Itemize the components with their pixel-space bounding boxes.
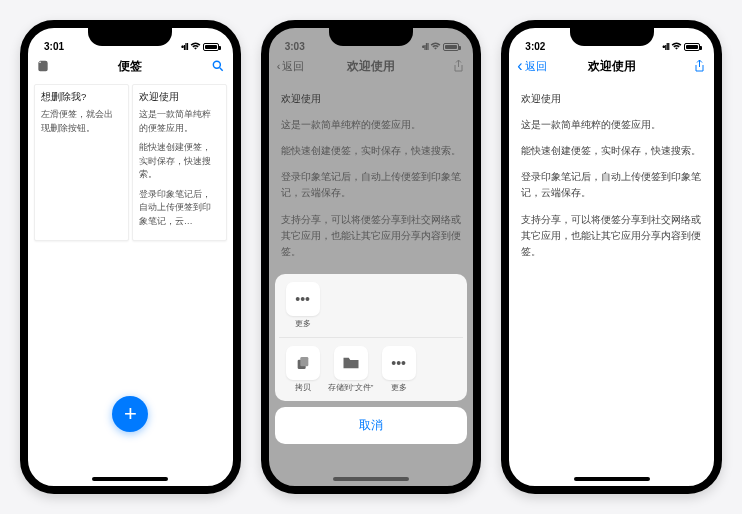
- search-icon[interactable]: [211, 59, 225, 73]
- detail-para: 支持分享，可以将便签分享到社交网络或其它应用，也能让其它应用分享内容到便签。: [281, 212, 462, 260]
- wifi-icon: [671, 41, 682, 52]
- screenshot-2: 3:03 •ıll ‹ 返回 欢迎使用 欢迎使用 这是一款简单纯粹的便签应用。 …: [261, 20, 482, 494]
- share-icon[interactable]: [452, 59, 465, 73]
- screenshot-1: 3:01 •ıll 便签 想删除我? 左滑便签，就会出现删除按钮。: [20, 20, 241, 494]
- wifi-icon: [430, 41, 441, 52]
- home-indicator[interactable]: [92, 477, 168, 481]
- detail-para: 能快速创建便签，实时保存，快速搜索。: [521, 143, 702, 159]
- more-icon: •••: [382, 346, 416, 380]
- device-notch: [88, 28, 172, 46]
- chevron-left-icon: ‹: [277, 60, 281, 72]
- wifi-icon: [190, 41, 201, 52]
- signal-icon: •ıll: [662, 42, 669, 52]
- device-notch: [570, 28, 654, 46]
- share-label: 拷贝: [279, 383, 327, 393]
- note-card[interactable]: 欢迎使用 这是一款简单纯粹的便签应用。 能快速创建便签，实时保存，快速搜索。 登…: [132, 84, 227, 241]
- back-button[interactable]: ‹ 返回: [517, 57, 546, 75]
- evernote-logo-icon[interactable]: [36, 59, 50, 73]
- home-indicator[interactable]: [574, 477, 650, 481]
- battery-icon: [684, 43, 700, 51]
- note-card[interactable]: 想删除我? 左滑便签，就会出现删除按钮。: [34, 84, 129, 241]
- share-save-files[interactable]: 存储到"文件": [327, 346, 375, 393]
- status-right: •ıll: [422, 41, 460, 52]
- detail-title: 欢迎使用: [521, 90, 702, 107]
- detail-para: 能快速创建便签，实时保存，快速搜索。: [281, 143, 462, 159]
- plus-icon: +: [124, 401, 137, 427]
- add-note-button[interactable]: +: [112, 396, 148, 432]
- note-title: 想删除我?: [41, 91, 122, 104]
- detail-para: 登录印象笔记后，自动上传便签到印象笔记，云端保存。: [281, 169, 462, 201]
- back-button[interactable]: ‹ 返回: [277, 59, 305, 74]
- notes-content: 想删除我? 左滑便签，就会出现删除按钮。 欢迎使用 这是一款简单纯粹的便签应用。…: [28, 80, 233, 458]
- detail-para: 这是一款简单纯粹的便签应用。: [281, 117, 462, 133]
- screenshot-3: 3:02 •ıll ‹ 返回 欢迎使用 欢迎使用 这是一款简单纯粹的便签应用。 …: [501, 20, 722, 494]
- share-label: 存储到"文件": [327, 383, 375, 393]
- share-icon[interactable]: [693, 59, 706, 73]
- share-more-action[interactable]: ••• 更多: [375, 346, 423, 393]
- svg-line-1: [219, 68, 222, 71]
- battery-icon: [203, 43, 219, 51]
- share-label: 更多: [279, 319, 327, 329]
- svg-point-0: [213, 61, 220, 68]
- home-indicator[interactable]: [333, 477, 409, 481]
- status-right: •ıll: [181, 41, 219, 52]
- share-copy[interactable]: 拷贝: [279, 346, 327, 393]
- nav-bar: ‹ 返回 欢迎使用: [509, 52, 714, 80]
- note-body: 这是一款简单纯粹的便签应用。 能快速创建便签，实时保存，快速搜索。 登录印象笔记…: [139, 108, 220, 228]
- detail-para: 支持分享，可以将便签分享到社交网络或其它应用，也能让其它应用分享内容到便签。: [521, 212, 702, 260]
- note-body: 左滑便签，就会出现删除按钮。: [41, 108, 122, 135]
- detail-content: 欢迎使用 这是一款简单纯粹的便签应用。 能快速创建便签，实时保存，快速搜索。 登…: [509, 80, 714, 458]
- chevron-left-icon: ‹: [517, 57, 522, 75]
- status-time: 3:01: [44, 41, 64, 52]
- detail-para: 这是一款简单纯粹的便签应用。: [521, 117, 702, 133]
- device-notch: [329, 28, 413, 46]
- share-label: 更多: [375, 383, 423, 393]
- share-more-app[interactable]: ••• 更多: [279, 282, 327, 329]
- share-sheet: ••• 更多 拷贝 存: [275, 274, 468, 444]
- status-time: 3:02: [525, 41, 545, 52]
- nav-title: 便签: [28, 58, 233, 75]
- nav-bar: 便签: [28, 52, 233, 80]
- back-label: 返回: [525, 59, 547, 74]
- nav-bar: ‹ 返回 欢迎使用: [269, 52, 474, 80]
- folder-icon: [334, 346, 368, 380]
- signal-icon: •ıll: [181, 42, 188, 52]
- copy-icon: [286, 346, 320, 380]
- svg-rect-3: [300, 357, 308, 366]
- more-icon: •••: [286, 282, 320, 316]
- status-time: 3:03: [285, 41, 305, 52]
- note-title: 欢迎使用: [139, 91, 220, 104]
- signal-icon: •ıll: [422, 42, 429, 52]
- battery-icon: [443, 43, 459, 51]
- detail-title: 欢迎使用: [281, 90, 462, 107]
- status-right: •ıll: [662, 41, 700, 52]
- cancel-button[interactable]: 取消: [275, 407, 468, 444]
- detail-para: 登录印象笔记后，自动上传便签到印象笔记，云端保存。: [521, 169, 702, 201]
- back-label: 返回: [282, 59, 304, 74]
- detail-content: 欢迎使用 这是一款简单纯粹的便签应用。 能快速创建便签，实时保存，快速搜索。 登…: [269, 80, 474, 458]
